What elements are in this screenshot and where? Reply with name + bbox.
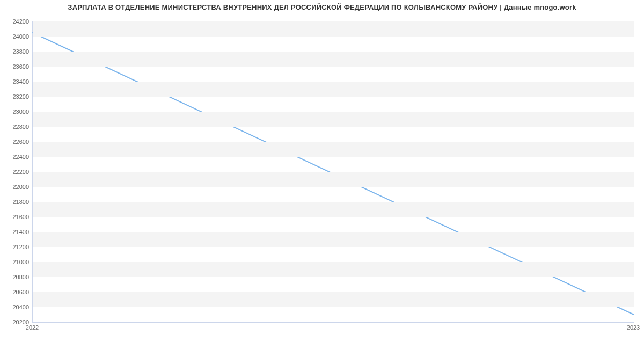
grid-band (33, 142, 634, 157)
plot-area (32, 21, 634, 323)
y-tick-label: 21400 (2, 229, 29, 235)
grid-band (33, 82, 634, 97)
y-tick-label: 23400 (2, 78, 29, 85)
grid-band (33, 172, 634, 187)
y-tick-label: 23000 (2, 108, 29, 115)
y-tick-label: 21600 (2, 214, 29, 220)
y-tick-label: 24000 (2, 33, 29, 40)
chart-title: ЗАРПЛАТА В ОТДЕЛЕНИЕ МИНИСТЕРСТВА ВНУТРЕ… (0, 3, 644, 11)
y-tick-label: 20400 (2, 304, 29, 310)
grid-band (33, 112, 634, 127)
y-tick-label: 22200 (2, 169, 29, 175)
y-tick-label: 24200 (2, 18, 29, 25)
y-tick-label: 21200 (2, 244, 29, 250)
y-tick-label: 22600 (2, 139, 29, 145)
grid-band (33, 21, 634, 37)
grid-band (33, 232, 634, 247)
y-tick-label: 23800 (2, 48, 29, 55)
grid-band (33, 292, 634, 307)
y-tick-label: 23600 (2, 63, 29, 70)
y-tick-label: 22400 (2, 154, 29, 160)
y-tick-label: 21000 (2, 259, 29, 265)
x-tick-label: 2022 (26, 324, 39, 331)
y-tick-label: 20800 (2, 274, 29, 280)
y-tick-label: 23200 (2, 93, 29, 100)
grid-band (33, 52, 634, 67)
grid-band (33, 202, 634, 217)
y-tick-label: 20200 (2, 319, 29, 325)
y-tick-label: 22000 (2, 184, 29, 190)
salary-line-chart: ЗАРПЛАТА В ОТДЕЛЕНИЕ МИНИСТЕРСТВА ВНУТРЕ… (0, 0, 644, 349)
y-tick-label: 21800 (2, 199, 29, 205)
y-tick-label: 20600 (2, 289, 29, 295)
x-tick-label: 2023 (627, 324, 640, 331)
grid-band (33, 262, 634, 277)
y-tick-label: 22800 (2, 123, 29, 130)
